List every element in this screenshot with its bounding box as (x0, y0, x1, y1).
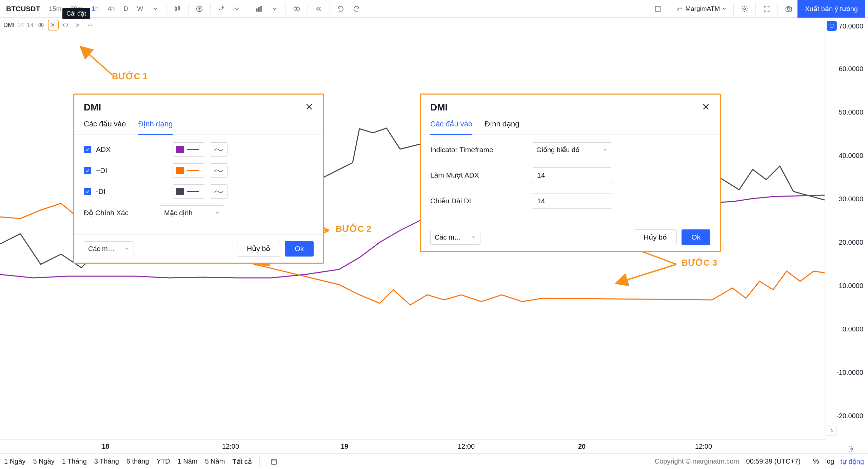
eye-icon[interactable] (36, 20, 46, 30)
indicator-param-1: 14 (17, 22, 24, 29)
clock-text: 00:59:39 (UTC+7) (746, 457, 801, 465)
modal-title: DMI (84, 102, 101, 113)
defaults-dropdown[interactable]: Các m… (84, 241, 134, 256)
more-icon[interactable] (85, 20, 95, 30)
price-badge-icon[interactable] (827, 21, 837, 31)
svg-line-36 (81, 47, 112, 75)
x-label: 20 (578, 443, 586, 450)
y-label: 20.0000 (839, 239, 863, 246)
expand-panes-icon[interactable] (827, 426, 837, 436)
precision-select[interactable]: Mặc định (160, 205, 224, 220)
close-icon[interactable] (305, 102, 314, 113)
defaults-dropdown[interactable]: Các m… (430, 230, 480, 245)
y-label: 70.0000 (839, 22, 863, 30)
copyright-text: Copyright © marginatm.com (655, 457, 739, 465)
di-length-input[interactable] (532, 193, 612, 209)
mdi-checkbox[interactable] (84, 188, 91, 195)
y-label: -10.0000 (836, 369, 863, 376)
indicator-param-2: 14 (27, 22, 34, 29)
svg-rect-31 (271, 459, 276, 464)
precision-label: Độ Chính Xác (84, 209, 155, 217)
timeframe-label: Indicator Timeframe (430, 146, 522, 154)
adx-label: ADX (96, 145, 119, 154)
tab-style[interactable]: Định dạng (138, 116, 173, 135)
indicator-name: DMI (3, 22, 15, 29)
indicator-legend: DMI 14 14 (3, 20, 95, 30)
svg-point-28 (91, 25, 92, 26)
x-label: 12:00 (222, 443, 239, 450)
svg-point-30 (851, 448, 853, 450)
goto-date-icon[interactable] (267, 455, 281, 468)
y-label: 40.0000 (839, 152, 863, 160)
adx-line-style[interactable] (210, 142, 228, 157)
range-6m[interactable]: 6 tháng (126, 457, 149, 465)
step1-label: BƯỚC 1 (112, 71, 147, 82)
auto-toggle[interactable]: tự động (841, 457, 864, 466)
x-label: 18 (102, 443, 109, 450)
svg-point-27 (90, 25, 91, 26)
percent-toggle[interactable]: % (813, 457, 819, 465)
y-label: 0.0000 (843, 325, 863, 333)
range-5d[interactable]: 5 Ngày (33, 457, 54, 465)
range-ytd[interactable]: YTD (157, 457, 170, 465)
svg-point-23 (53, 24, 54, 26)
svg-point-22 (40, 24, 42, 26)
ok-button[interactable]: Ok (682, 229, 710, 245)
dmi-settings-style-modal: DMI Các đầu vào Định dạng ADX +DI -DI (73, 94, 324, 264)
adx-smoothing-input[interactable] (532, 167, 612, 183)
tab-inputs[interactable]: Các đầu vào (84, 116, 126, 135)
y-label: 60.0000 (839, 65, 863, 73)
x-label: 12:00 (458, 443, 475, 450)
pdi-color-picker[interactable] (173, 163, 205, 178)
dmi-settings-inputs-modal: DMI Các đầu vào Định dạng Indicator Time… (420, 94, 721, 252)
range-1m[interactable]: 1 Tháng (62, 457, 87, 465)
tab-inputs[interactable]: Các đầu vào (430, 116, 472, 135)
mdi-label: -DI (96, 187, 119, 196)
modal-title: DMI (430, 102, 448, 113)
range-1d[interactable]: 1 Ngày (4, 457, 25, 465)
adx-checkbox[interactable] (84, 146, 91, 153)
mdi-color-picker[interactable] (173, 184, 205, 199)
range-3m[interactable]: 3 Tháng (94, 457, 119, 465)
ok-button[interactable]: Ok (285, 241, 314, 257)
mdi-line-style[interactable] (210, 184, 228, 199)
adx-color-picker[interactable] (173, 142, 205, 157)
x-label: 12:00 (695, 443, 712, 450)
di-length-label: Chiều Dài DI (430, 197, 522, 205)
cancel-button[interactable]: Hủy bỏ (634, 229, 677, 245)
time-axis[interactable]: 18 12:00 19 12:00 20 12:00 (0, 439, 825, 453)
pdi-label: +DI (96, 166, 119, 175)
y-label: -20.0000 (836, 412, 863, 420)
log-toggle[interactable]: log (825, 457, 834, 465)
indicator-settings-icon[interactable] (48, 20, 58, 30)
bottom-range-bar: 1 Ngày 5 Ngày 1 Tháng 3 Tháng 6 tháng YT… (0, 453, 868, 469)
svg-point-26 (88, 25, 89, 26)
svg-line-47 (617, 264, 676, 283)
timeframe-select[interactable]: Giống biểu đồ (532, 142, 612, 157)
x-label: 19 (341, 443, 348, 450)
tab-style[interactable]: Định dạng (485, 116, 519, 135)
price-axis[interactable]: 70.0000 60.0000 50.0000 40.0000 30.0000 … (825, 18, 868, 442)
settings-tooltip: Cài đặt (62, 8, 90, 19)
cancel-button[interactable]: Hủy bỏ (237, 241, 280, 257)
close-icon[interactable] (73, 20, 82, 30)
step3-label: BƯỚC 3 (682, 258, 717, 268)
y-label: 50.0000 (839, 108, 863, 116)
source-code-icon[interactable] (61, 20, 70, 30)
range-all[interactable]: Tất cả (232, 457, 252, 466)
y-label: 30.0000 (839, 195, 863, 203)
y-label: 10.0000 (839, 282, 863, 290)
svg-rect-29 (830, 24, 833, 27)
adx-smoothing-label: Làm Mượt ADX (430, 171, 522, 179)
close-icon[interactable] (702, 102, 710, 113)
range-1y[interactable]: 1 Năm (178, 457, 198, 465)
range-5y[interactable]: 5 Năm (205, 457, 225, 465)
pdi-line-style[interactable] (210, 163, 228, 178)
step2-label: BƯỚC 2 (336, 224, 371, 234)
pdi-checkbox[interactable] (84, 167, 91, 174)
step1-arrow-icon (78, 44, 115, 78)
